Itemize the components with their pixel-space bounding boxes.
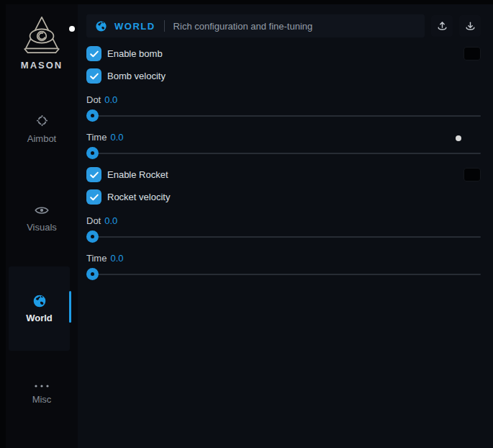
slider-label: Time0.0 — [86, 132, 481, 143]
slider-track[interactable] — [86, 236, 481, 238]
ellipsis-icon — [33, 384, 50, 388]
sidebar-item-misc[interactable]: Misc — [6, 384, 78, 406]
slider-value: 0.0 — [104, 215, 117, 226]
slider-name: Time — [86, 132, 107, 143]
download-icon — [464, 20, 476, 32]
rocket-velocity-checkbox[interactable] — [86, 189, 101, 205]
logo-text: MASON — [6, 60, 78, 71]
slider-track[interactable] — [86, 115, 481, 117]
sidebar: MASON Aimbot Visuals World — [6, 4, 78, 448]
bomb-time-slider[interactable] — [86, 147, 481, 159]
sidebar-item-label: Visuals — [27, 222, 57, 233]
setting-row-enable-bomb: Enable bomb — [86, 46, 481, 61]
crosshair-icon — [35, 114, 49, 127]
rocket-color-swatch[interactable] — [463, 168, 481, 182]
page-subtitle: Rich configuration and fine-tuning — [173, 21, 313, 32]
slider-label: Dot0.0 — [86, 94, 481, 105]
bomb-color-swatch[interactable] — [463, 47, 481, 61]
sidebar-item-label: Misc — [32, 394, 52, 405]
active-indicator — [69, 291, 71, 323]
app-window: MASON Aimbot Visuals World — [6, 4, 493, 448]
enable-rocket-checkbox[interactable] — [86, 167, 101, 182]
section-header-bar: WORLD Rich configuration and fine-tuning — [86, 14, 425, 37]
slider-value: 0.0 — [110, 253, 123, 264]
checkmark-icon — [90, 73, 99, 80]
sidebar-item-label: World — [26, 313, 53, 323]
slider-name: Dot — [86, 94, 101, 105]
slider-handle[interactable] — [86, 109, 99, 122]
setting-label: Rocket velocity — [107, 192, 170, 202]
slider-handle[interactable] — [86, 230, 99, 243]
slider-track[interactable] — [86, 274, 481, 275]
rocket-dot-slider[interactable] — [86, 230, 481, 243]
rocket-time-slider[interactable] — [86, 268, 481, 280]
setting-row-rocket-time: Time0.0 — [86, 253, 481, 280]
export-config-button[interactable] — [431, 15, 453, 37]
setting-row-bomb-time: Time0.0 — [86, 132, 481, 159]
bomb-dot-slider[interactable] — [86, 109, 481, 122]
setting-row-bomb-velocity: Bomb velocity — [86, 68, 481, 84]
checkmark-icon — [90, 194, 99, 201]
checkmark-icon — [90, 50, 99, 58]
enable-bomb-checkbox[interactable] — [86, 46, 101, 61]
divider — [164, 20, 165, 32]
bomb-velocity-checkbox[interactable] — [86, 68, 101, 84]
slider-value: 0.0 — [110, 132, 123, 143]
setting-row-bomb-dot: Dot0.0 — [86, 94, 481, 122]
import-config-button[interactable] — [459, 15, 481, 37]
slider-name: Dot — [86, 215, 101, 226]
globe-icon — [95, 20, 107, 32]
checkmark-icon — [90, 171, 99, 179]
slider-name: Time — [86, 253, 107, 264]
cursor-dot — [456, 135, 461, 141]
setting-label: Enable bomb — [107, 48, 163, 59]
sidebar-item-aimbot[interactable]: Aimbot — [6, 114, 78, 145]
globe-icon — [32, 294, 47, 308]
page-title: WORLD — [114, 21, 155, 32]
slider-value: 0.0 — [104, 94, 117, 105]
setting-row-rocket-velocity: Rocket velocity — [86, 189, 481, 205]
setting-row-rocket-dot: Dot0.0 — [86, 215, 481, 243]
content-panel: WORLD Rich configuration and fine-tuning — [78, 4, 493, 448]
cursor-dot — [69, 26, 75, 32]
eye-icon — [35, 205, 49, 216]
upload-icon — [436, 20, 448, 32]
eye-pyramid-logo-icon — [19, 14, 64, 58]
setting-label: Bomb velocity — [107, 71, 166, 81]
sidebar-item-world[interactable]: World — [9, 266, 70, 351]
setting-label: Enable Rocket — [107, 169, 168, 180]
sidebar-item-label: Aimbot — [27, 133, 56, 144]
slider-handle[interactable] — [86, 147, 99, 159]
slider-track[interactable] — [86, 153, 481, 154]
page-header: WORLD Rich configuration and fine-tuning — [86, 14, 481, 37]
app-logo: MASON — [6, 14, 78, 71]
slider-label: Dot0.0 — [86, 215, 481, 226]
setting-row-enable-rocket: Enable Rocket — [86, 167, 481, 182]
sidebar-item-visuals[interactable]: Visuals — [6, 205, 78, 233]
slider-label: Time0.0 — [86, 253, 481, 264]
slider-handle[interactable] — [86, 268, 99, 280]
